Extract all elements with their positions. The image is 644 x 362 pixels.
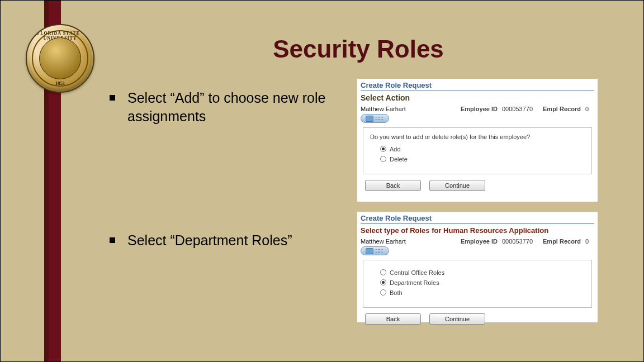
continue-button[interactable]: Continue bbox=[429, 180, 485, 191]
emp-id-label: Employee ID bbox=[461, 238, 498, 245]
slide: FLORIDA STATE · UNIVERSITY 1851 Security… bbox=[0, 0, 644, 362]
emp-record-label: Empl Record bbox=[543, 238, 581, 245]
emp-id-label: Employee ID bbox=[461, 106, 498, 112]
radio-icon bbox=[380, 269, 386, 275]
emp-id-value: 000053770 bbox=[502, 238, 533, 245]
radio-department[interactable]: Department Roles bbox=[380, 279, 585, 286]
tab-handle[interactable]: ::: bbox=[361, 114, 389, 123]
radio-label: Delete bbox=[390, 156, 408, 163]
screenshot-select-action: Create Role Request Select Action Matthe… bbox=[357, 79, 598, 202]
back-button[interactable]: Back bbox=[365, 180, 421, 191]
radio-label: Add bbox=[390, 146, 401, 153]
question-text: Do you want to add or delete role(s) for… bbox=[370, 134, 585, 140]
slide-title: Security Roles bbox=[84, 35, 632, 63]
bullet-icon bbox=[110, 95, 115, 101]
continue-button[interactable]: Continue bbox=[429, 313, 485, 325]
employee-name: Matthew Earhart bbox=[361, 238, 406, 245]
breadcrumb: Create Role Request bbox=[361, 214, 594, 224]
tab-grip-icon bbox=[366, 116, 373, 122]
bullet-text: Select “Department Roles” bbox=[127, 231, 292, 250]
employee-name: Matthew Earhart bbox=[361, 106, 406, 112]
roletype-groupbox: Central Office Roles Department Roles Bo… bbox=[363, 260, 592, 308]
emp-record-label: Empl Record bbox=[543, 106, 581, 112]
breadcrumb: Create Role Request bbox=[361, 81, 594, 91]
bullet-list: Select “Add” to choose new role assignme… bbox=[110, 89, 344, 356]
seal-top-text: FLORIDA STATE · UNIVERSITY bbox=[27, 31, 93, 41]
emp-record-value: 0 bbox=[585, 106, 589, 112]
screenshot-select-role-type: Create Role Request Select type of Roles… bbox=[357, 212, 598, 322]
bullet-text: Select “Add” to choose new role assignme… bbox=[127, 89, 344, 125]
radio-icon bbox=[380, 156, 386, 162]
radio-add[interactable]: Add bbox=[380, 146, 585, 153]
bullet-icon bbox=[110, 237, 115, 243]
tab-dots-icon: ::: bbox=[375, 115, 384, 121]
radio-icon bbox=[380, 279, 386, 285]
action-groupbox: Do you want to add or delete role(s) for… bbox=[363, 127, 592, 174]
back-button[interactable]: Back bbox=[365, 313, 421, 325]
radio-icon bbox=[380, 289, 386, 296]
radio-label: Department Roles bbox=[390, 279, 439, 286]
emp-id-value: 000053770 bbox=[502, 106, 533, 112]
button-row: Back Continue bbox=[365, 313, 594, 325]
tab-handle[interactable]: ::: bbox=[361, 246, 389, 255]
employee-info-row: Matthew Earhart Employee ID 000053770 Em… bbox=[361, 106, 594, 112]
tab-dots-icon: ::: bbox=[375, 247, 384, 254]
panel-heading: Select type of Roles for Human Resources… bbox=[361, 226, 594, 235]
radio-icon bbox=[380, 146, 386, 152]
radio-central-office[interactable]: Central Office Roles bbox=[380, 269, 585, 276]
radio-delete[interactable]: Delete bbox=[380, 156, 585, 163]
emp-record-value: 0 bbox=[585, 238, 589, 245]
seal-year: 1851 bbox=[27, 80, 93, 86]
radio-label: Central Office Roles bbox=[390, 269, 444, 276]
employee-info-row: Matthew Earhart Employee ID 000053770 Em… bbox=[361, 238, 594, 245]
tab-grip-icon bbox=[366, 248, 373, 254]
radio-both[interactable]: Both bbox=[380, 289, 585, 296]
bullet-item: Select “Department Roles” bbox=[110, 231, 344, 250]
button-row: Back Continue bbox=[365, 180, 594, 191]
radio-label: Both bbox=[390, 289, 402, 296]
panel-heading: Select Action bbox=[361, 93, 594, 102]
bullet-item: Select “Add” to choose new role assignme… bbox=[110, 89, 344, 125]
